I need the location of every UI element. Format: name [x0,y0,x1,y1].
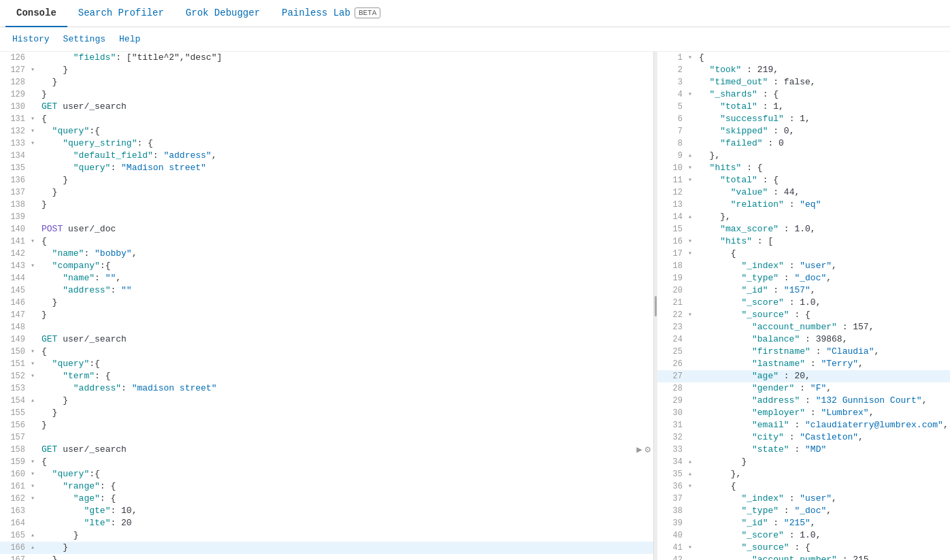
copy-button[interactable]: ⚙ [645,444,651,456]
table-row: 18 "_index" : "user", [657,260,950,272]
fold-arrow[interactable]: ▴ [31,529,39,542]
table-row: 5 "total" : 1, [657,101,950,113]
line-number: 37 [657,493,688,505]
table-row: 36▾ { [657,480,950,493]
tab-console[interactable]: Console [5,0,67,27]
fold-arrow[interactable]: ▾ [31,358,39,370]
tab-painless-lab[interactable]: Painless Lab BETA [271,0,391,27]
table-row: 37 "_index" : "user", [657,493,950,505]
fold-arrow[interactable]: ▾ [688,235,696,248]
line-number: 146 [0,297,31,309]
fold-arrow[interactable]: ▾ [31,113,39,125]
fold-arrow[interactable]: ▾ [688,52,696,64]
code-content: "_score" : 1.0, [696,529,950,542]
fold-arrow[interactable]: ▾ [31,235,39,248]
fold-arrow[interactable]: ▴ [31,395,39,407]
table-row: 39 "_id" : "215", [657,517,950,529]
right-code-editor[interactable]: 1▾{2 "took" : 219,3 "timed_out" : false,… [657,52,950,560]
fold-arrow[interactable]: ▾ [31,260,39,272]
code-content: "query": "Madison street" [39,162,653,174]
fold-arrow[interactable]: ▾ [688,542,696,554]
fold-arrow[interactable]: ▾ [31,370,39,382]
fold-arrow[interactable]: ▴ [688,150,696,162]
code-content: } [39,419,653,431]
line-number: 33 [657,444,688,456]
run-button[interactable]: ▶ [636,444,642,456]
code-content: } [39,529,653,542]
code-content: "lte": 20 [39,517,653,529]
code-content: "query":{ [39,125,653,137]
code-content: "query":{ [39,358,653,370]
table-row: 146 } [0,297,653,309]
line-number: 10 [657,162,688,174]
line-number: 40 [657,529,688,542]
code-content: "query_string": { [39,137,653,150]
code-content: { [696,248,950,260]
nav-help[interactable]: Help [112,27,147,52]
line-number: 1 [657,52,688,64]
fold-arrow[interactable]: ▾ [31,137,39,150]
fold-arrow[interactable]: ▴ [688,456,696,468]
fold-arrow[interactable]: ▾ [31,480,39,493]
fold-arrow[interactable]: ▾ [31,125,39,137]
table-row: 144 "name": "", [0,272,653,284]
fold-arrow[interactable]: ▾ [688,88,696,101]
line-number: 22 [657,309,688,321]
code-content: "failed" : 0 [696,137,950,150]
line-number: 20 [657,284,688,297]
code-content: "state" : "MD" [696,444,950,456]
fold-arrow[interactable]: ▾ [31,456,39,468]
fold-arrow[interactable]: ▴ [688,468,696,480]
table-row: 11▾ "total" : { [657,174,950,186]
code-content: "address" : "132 Gunnison Court", [696,395,950,407]
line-number: 5 [657,101,688,113]
tab-search-profiler[interactable]: Search Profiler [67,0,175,27]
fold-arrow[interactable]: ▾ [31,493,39,505]
table-row: 28 "gender" : "F", [657,382,950,395]
line-number: 23 [657,321,688,333]
code-content: "_id" : "215", [696,517,950,529]
fold-arrow[interactable]: ▴ [688,211,696,223]
line-number: 143 [0,260,31,272]
fold-arrow[interactable]: ▾ [688,162,696,174]
line-number: 127 [0,64,31,76]
divider-handle [655,296,657,316]
table-row: 158 GET user/_search▶⚙ [0,444,653,456]
fold-arrow[interactable]: ▾ [688,174,696,186]
table-row: 22▾ "_source" : { [657,309,950,321]
code-content: "balance" : 39868, [696,333,950,346]
table-row: 132▾ "query":{ [0,125,653,137]
code-content: POST user/_doc [39,223,653,235]
fold-arrow[interactable]: ▴ [31,542,39,554]
line-number: 11 [657,174,688,186]
table-row: 6 "successful" : 1, [657,113,950,125]
fold-arrow[interactable]: ▾ [31,64,39,76]
fold-arrow[interactable]: ▾ [31,468,39,480]
line-number: 148 [0,321,31,333]
code-content: "lastname" : "Terry", [696,358,950,370]
code-editor[interactable]: 126 "fields": ["title^2","desc"]127▾ }12… [0,52,653,560]
code-content: "address": "" [39,284,653,297]
fold-arrow[interactable]: ▾ [688,480,696,493]
table-row: 155 } [0,407,653,419]
table-row: 128 } [0,76,653,88]
table-row: 151▾ "query":{ [0,358,653,370]
table-row: 137 } [0,186,653,199]
code-content: "age": { [39,493,653,505]
table-row: 25 "firstname" : "Claudia", [657,346,950,358]
fold-arrow[interactable]: ▾ [688,248,696,260]
line-number: 150 [0,346,31,358]
table-row: 127▾ } [0,64,653,76]
line-number: 152 [0,370,31,382]
code-content: } [39,64,653,76]
fold-arrow[interactable]: ▾ [31,346,39,358]
nav-history[interactable]: History [5,27,56,52]
line-number: 166 [0,542,31,554]
tab-grok-debugger[interactable]: Grok Debugger [175,0,271,27]
code-content: { [39,346,653,358]
code-content: "_index" : "user", [696,493,950,505]
line-number: 8 [657,137,688,150]
code-content: "successful" : 1, [696,113,950,125]
nav-settings[interactable]: Settings [56,27,112,52]
fold-arrow[interactable]: ▾ [688,309,696,321]
